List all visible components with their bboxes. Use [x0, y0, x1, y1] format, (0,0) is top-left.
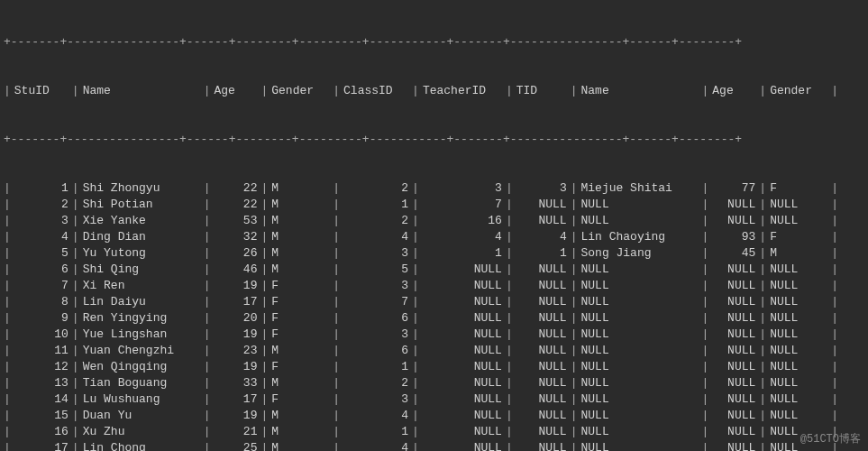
col-header: TeacherID [419, 83, 506, 99]
cell: 3 [11, 213, 72, 229]
cell: 45 [708, 245, 759, 262]
table-row: |14|Lu Wushuang|17|F|3|NULL|NULL|NULL|NU… [4, 391, 864, 408]
cell: NULL [708, 197, 759, 213]
cell: 2 [340, 180, 412, 197]
cell: 4 [340, 408, 412, 424]
cell: 17 [210, 294, 260, 310]
table-row: |1|Shi Zhongyu|22|M|2|3|3|Miejue Shitai|… [4, 180, 864, 197]
cell: NULL [708, 424, 759, 440]
cell: 5 [340, 262, 412, 278]
cell: 4 [340, 229, 412, 245]
cell: Lu Wushuang [79, 391, 204, 408]
cell: NULL [578, 278, 702, 294]
cell: M [268, 245, 333, 262]
cell: M [268, 197, 333, 213]
cell: NULL [513, 359, 571, 375]
cell: 4 [11, 229, 72, 245]
cell: 19 [210, 327, 260, 343]
cell: Shi Qing [79, 262, 204, 278]
cell: 19 [210, 359, 260, 375]
cell: NULL [578, 327, 702, 343]
cell: 33 [210, 375, 260, 391]
table-header-row: |StuID|Name|Age|Gender|ClassID|TeacherID… [4, 83, 864, 99]
cell: 6 [340, 343, 412, 359]
cell: NULL [578, 440, 702, 451]
cell: M [268, 408, 333, 424]
cell: NULL [766, 278, 831, 294]
cell: Wen Qingqing [79, 359, 204, 375]
cell: NULL [513, 310, 571, 327]
cell: NULL [419, 440, 506, 451]
cell: 21 [210, 424, 260, 440]
cell: 53 [210, 213, 260, 229]
col-header: TID [513, 83, 571, 99]
cell: NULL [708, 408, 759, 424]
cell: NULL [766, 327, 831, 343]
cell: NULL [578, 262, 702, 278]
cell: 93 [708, 229, 759, 245]
cell: 7 [419, 197, 506, 213]
cell: NULL [766, 408, 831, 424]
cell: 4 [419, 229, 506, 245]
table-border-mid: +-------+----------------+------+-------… [4, 132, 864, 148]
cell: NULL [419, 327, 506, 343]
cell: NULL [419, 343, 506, 359]
table-row: |16|Xu Zhu|21|M|1|NULL|NULL|NULL|NULL|NU… [4, 424, 864, 440]
cell: NULL [513, 343, 571, 359]
col-header: Age [210, 83, 260, 99]
cell: 6 [340, 310, 412, 327]
cell: Xu Zhu [79, 424, 204, 440]
cell: 12 [11, 359, 72, 375]
cell: F [766, 180, 831, 197]
cell: 1 [419, 245, 506, 262]
cell: 2 [340, 375, 412, 391]
cell: NULL [513, 294, 571, 310]
cell: 1 [513, 245, 571, 262]
cell: Yue Lingshan [79, 327, 204, 343]
cell: NULL [708, 327, 759, 343]
table-row: |4|Ding Dian|32|M|4|4|4|Lin Chaoying|93|… [4, 229, 864, 245]
cell: NULL [419, 375, 506, 391]
cell: NULL [708, 391, 759, 408]
cell: M [268, 229, 333, 245]
cell: F [268, 327, 333, 343]
cell: M [268, 343, 333, 359]
sql-result-table: +-------+----------------+------+-------… [0, 0, 868, 451]
cell: F [766, 229, 831, 245]
cell: 7 [11, 278, 72, 294]
cell: M [268, 213, 333, 229]
cell: F [268, 278, 333, 294]
cell: NULL [419, 262, 506, 278]
cell: 3 [340, 278, 412, 294]
cell: Shi Potian [79, 197, 204, 213]
cell: M [268, 440, 333, 451]
cell: Xie Yanke [79, 213, 204, 229]
cell: Tian Boguang [79, 375, 204, 391]
cell: NULL [419, 408, 506, 424]
cell: Ding Dian [79, 229, 204, 245]
cell: NULL [766, 375, 831, 391]
cell: 3 [513, 180, 571, 197]
cell: 3 [419, 180, 506, 197]
table-row: |12|Wen Qingqing|19|F|1|NULL|NULL|NULL|N… [4, 359, 864, 375]
cell: F [268, 294, 333, 310]
cell: NULL [708, 359, 759, 375]
cell: NULL [419, 424, 506, 440]
cell: 4 [340, 440, 412, 451]
cell: Miejue Shitai [578, 180, 702, 197]
cell: F [268, 359, 333, 375]
cell: NULL [513, 391, 571, 408]
cell: NULL [766, 391, 831, 408]
cell: NULL [578, 294, 702, 310]
cell: NULL [766, 343, 831, 359]
col-header: Name [79, 83, 204, 99]
col-header: Gender [766, 83, 831, 99]
watermark-text: @51CTO博客 [800, 431, 861, 447]
cell: 20 [210, 310, 260, 327]
cell: 6 [11, 262, 72, 278]
cell: NULL [578, 424, 702, 440]
cell: 25 [210, 440, 260, 451]
col-header: StuID [11, 83, 72, 99]
cell: Ren Yingying [79, 310, 204, 327]
cell: 16 [419, 213, 506, 229]
